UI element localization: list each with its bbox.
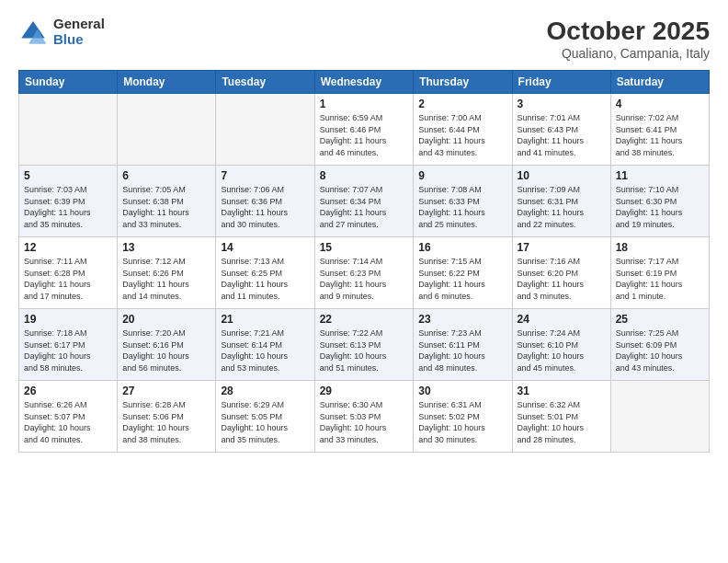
day-info: Sunrise: 7:03 AM Sunset: 6:39 PM Dayligh…	[24, 184, 112, 230]
day-number: 5	[24, 169, 112, 182]
header-saturday: Saturday	[610, 71, 709, 94]
day-info: Sunrise: 7:20 AM Sunset: 6:16 PM Dayligh…	[122, 327, 210, 373]
logo-icon	[18, 17, 48, 47]
header-thursday: Thursday	[414, 71, 512, 94]
day-info: Sunrise: 7:21 AM Sunset: 6:14 PM Dayligh…	[221, 327, 309, 373]
calendar-table: Sunday Monday Tuesday Wednesday Thursday…	[18, 70, 710, 453]
calendar-cell: 15Sunrise: 7:14 AM Sunset: 6:23 PM Dayli…	[314, 237, 414, 309]
day-info: Sunrise: 6:59 AM Sunset: 6:46 PM Dayligh…	[320, 112, 409, 158]
calendar-cell: 31Sunrise: 6:32 AM Sunset: 5:01 PM Dayli…	[512, 381, 610, 453]
calendar-cell: 1Sunrise: 6:59 AM Sunset: 6:46 PM Daylig…	[314, 94, 414, 166]
day-number: 27	[122, 385, 210, 397]
calendar-cell	[118, 94, 216, 166]
title-section: October 2025 Qualiano, Campania, Italy	[547, 17, 710, 61]
calendar-cell: 13Sunrise: 7:12 AM Sunset: 6:26 PM Dayli…	[118, 237, 216, 309]
day-number: 15	[320, 241, 409, 254]
day-info: Sunrise: 7:07 AM Sunset: 6:34 PM Dayligh…	[320, 184, 409, 230]
calendar-cell: 22Sunrise: 7:22 AM Sunset: 6:13 PM Dayli…	[314, 309, 414, 381]
calendar-cell: 8Sunrise: 7:07 AM Sunset: 6:34 PM Daylig…	[314, 166, 414, 237]
calendar-cell	[19, 94, 118, 166]
day-info: Sunrise: 7:10 AM Sunset: 6:30 PM Dayligh…	[616, 184, 704, 230]
day-number: 10	[518, 169, 606, 182]
day-number: 21	[221, 313, 309, 326]
calendar-cell: 26Sunrise: 6:26 AM Sunset: 5:07 PM Dayli…	[19, 381, 118, 453]
day-number: 12	[24, 241, 112, 254]
day-number: 6	[122, 169, 210, 182]
calendar-cell: 18Sunrise: 7:17 AM Sunset: 6:19 PM Dayli…	[610, 237, 709, 309]
calendar-cell: 2Sunrise: 7:00 AM Sunset: 6:44 PM Daylig…	[414, 94, 512, 166]
calendar-cell: 25Sunrise: 7:25 AM Sunset: 6:09 PM Dayli…	[610, 309, 709, 381]
day-number: 23	[418, 313, 506, 326]
calendar-cell: 27Sunrise: 6:28 AM Sunset: 5:06 PM Dayli…	[118, 381, 216, 453]
logo-general-text: General	[53, 17, 105, 32]
day-number: 25	[616, 313, 704, 326]
logo: General Blue	[18, 17, 105, 47]
day-info: Sunrise: 7:15 AM Sunset: 6:22 PM Dayligh…	[418, 256, 506, 302]
day-number: 3	[518, 98, 606, 110]
day-info: Sunrise: 7:05 AM Sunset: 6:38 PM Dayligh…	[122, 184, 210, 230]
calendar-cell: 12Sunrise: 7:11 AM Sunset: 6:28 PM Dayli…	[19, 237, 118, 309]
day-number: 18	[616, 241, 704, 254]
calendar-cell: 6Sunrise: 7:05 AM Sunset: 6:38 PM Daylig…	[118, 166, 216, 237]
day-info: Sunrise: 6:31 AM Sunset: 5:02 PM Dayligh…	[418, 399, 506, 445]
day-info: Sunrise: 7:06 AM Sunset: 6:36 PM Dayligh…	[221, 184, 309, 230]
week-row-4: 19Sunrise: 7:18 AM Sunset: 6:17 PM Dayli…	[19, 309, 710, 381]
location: Qualiano, Campania, Italy	[547, 46, 710, 61]
day-number: 20	[122, 313, 210, 326]
day-info: Sunrise: 7:16 AM Sunset: 6:20 PM Dayligh…	[518, 256, 606, 302]
weekday-header-row: Sunday Monday Tuesday Wednesday Thursday…	[19, 71, 710, 94]
calendar-cell: 10Sunrise: 7:09 AM Sunset: 6:31 PM Dayli…	[512, 166, 610, 237]
calendar-cell: 14Sunrise: 7:13 AM Sunset: 6:25 PM Dayli…	[216, 237, 314, 309]
day-info: Sunrise: 7:08 AM Sunset: 6:33 PM Dayligh…	[418, 184, 506, 230]
week-row-1: 1Sunrise: 6:59 AM Sunset: 6:46 PM Daylig…	[19, 94, 710, 166]
day-number: 13	[122, 241, 210, 254]
day-info: Sunrise: 7:18 AM Sunset: 6:17 PM Dayligh…	[24, 327, 112, 373]
day-number: 7	[221, 169, 309, 182]
calendar-cell: 16Sunrise: 7:15 AM Sunset: 6:22 PM Dayli…	[414, 237, 512, 309]
calendar-cell: 5Sunrise: 7:03 AM Sunset: 6:39 PM Daylig…	[19, 166, 118, 237]
day-number: 2	[418, 98, 506, 110]
logo-blue-text: Blue	[53, 32, 105, 48]
calendar-cell: 29Sunrise: 6:30 AM Sunset: 5:03 PM Dayli…	[314, 381, 414, 453]
day-info: Sunrise: 7:14 AM Sunset: 6:23 PM Dayligh…	[320, 256, 409, 302]
calendar-cell: 4Sunrise: 7:02 AM Sunset: 6:41 PM Daylig…	[610, 94, 709, 166]
calendar-cell: 24Sunrise: 7:24 AM Sunset: 6:10 PM Dayli…	[512, 309, 610, 381]
calendar-cell	[610, 381, 709, 453]
header-friday: Friday	[512, 71, 610, 94]
day-info: Sunrise: 6:26 AM Sunset: 5:07 PM Dayligh…	[24, 399, 112, 445]
day-info: Sunrise: 7:11 AM Sunset: 6:28 PM Dayligh…	[24, 256, 112, 302]
header-sunday: Sunday	[19, 71, 118, 94]
day-number: 22	[320, 313, 409, 326]
day-info: Sunrise: 7:01 AM Sunset: 6:43 PM Dayligh…	[518, 112, 606, 158]
day-info: Sunrise: 7:22 AM Sunset: 6:13 PM Dayligh…	[320, 327, 409, 373]
day-number: 14	[221, 241, 309, 254]
day-number: 1	[320, 98, 409, 110]
day-info: Sunrise: 6:32 AM Sunset: 5:01 PM Dayligh…	[518, 399, 606, 445]
day-number: 16	[418, 241, 506, 254]
calendar-cell	[216, 94, 314, 166]
calendar-cell: 3Sunrise: 7:01 AM Sunset: 6:43 PM Daylig…	[512, 94, 610, 166]
day-number: 19	[24, 313, 112, 326]
day-number: 31	[518, 385, 606, 397]
day-number: 8	[320, 169, 409, 182]
calendar-cell: 11Sunrise: 7:10 AM Sunset: 6:30 PM Dayli…	[610, 166, 709, 237]
calendar-cell: 19Sunrise: 7:18 AM Sunset: 6:17 PM Dayli…	[19, 309, 118, 381]
day-info: Sunrise: 7:09 AM Sunset: 6:31 PM Dayligh…	[518, 184, 606, 230]
day-number: 26	[24, 385, 112, 397]
day-info: Sunrise: 7:25 AM Sunset: 6:09 PM Dayligh…	[616, 327, 704, 373]
day-number: 9	[418, 169, 506, 182]
page-header: General Blue October 2025 Qualiano, Camp…	[18, 17, 710, 61]
week-row-5: 26Sunrise: 6:26 AM Sunset: 5:07 PM Dayli…	[19, 381, 710, 453]
week-row-2: 5Sunrise: 7:03 AM Sunset: 6:39 PM Daylig…	[19, 166, 710, 237]
header-wednesday: Wednesday	[314, 71, 414, 94]
day-info: Sunrise: 6:30 AM Sunset: 5:03 PM Dayligh…	[320, 399, 409, 445]
day-info: Sunrise: 7:02 AM Sunset: 6:41 PM Dayligh…	[616, 112, 704, 158]
calendar-cell: 9Sunrise: 7:08 AM Sunset: 6:33 PM Daylig…	[414, 166, 512, 237]
day-info: Sunrise: 6:29 AM Sunset: 5:05 PM Dayligh…	[221, 399, 309, 445]
day-info: Sunrise: 7:24 AM Sunset: 6:10 PM Dayligh…	[518, 327, 606, 373]
day-number: 28	[221, 385, 309, 397]
day-number: 17	[518, 241, 606, 254]
month-title: October 2025	[547, 17, 710, 46]
header-monday: Monday	[118, 71, 216, 94]
day-number: 30	[418, 385, 506, 397]
